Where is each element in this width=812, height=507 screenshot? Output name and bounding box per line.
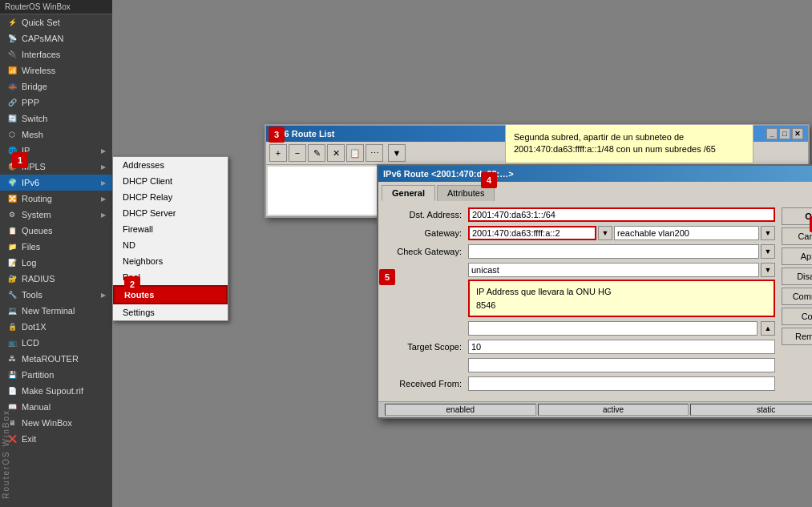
type-row: ▼ [468,263,775,277]
gateway-note-btn[interactable]: ▼ [761,226,775,240]
edit-button[interactable]: ✎ [308,144,325,162]
vrf-input[interactable] [468,358,775,372]
sidebar-item-radius[interactable]: 🔐 RADIUS [0,271,112,287]
sidebar-label-interfaces: Interfaces [22,50,60,59]
disable-button[interactable]: Disable [782,268,812,285]
sidebar-item-log[interactable]: 📝 Log [0,255,112,271]
route-dialog: IPv6 Route <2001:470:da63:…> _ ✕ General… [377,164,812,419]
check-gateway-label: Check Gateway: [385,247,465,256]
sidebar-item-metarouter[interactable]: 🖧 MetaROUTER [0,351,112,367]
sidebar-label-bridge: Bridge [22,82,47,91]
dot1x-icon: 🔒 [6,321,18,332]
sidebar-item-files[interactable]: 📁 Files [0,239,112,255]
sidebar-label-lcd: LCD [22,338,39,348]
dst-address-input[interactable] [468,207,775,222]
route-list-controls: _ □ ✕ [766,128,803,139]
sidebar-item-switch[interactable]: 🔄 Switch [0,111,112,127]
sidebar-label-files: Files [22,242,40,251]
maximize-button[interactable]: □ [779,128,790,139]
type-dropdown-btn[interactable]: ▼ [761,263,775,277]
sidebar-item-mesh[interactable]: ⬡ Mesh [0,127,112,143]
form-row-received-from: Received From: [385,376,775,391]
interfaces-icon: 🔌 [6,49,18,60]
submenu-item-dhcp-relay[interactable]: DHCP Relay [113,189,228,205]
form-row-gateway: Gateway: ▼ ▼ [385,226,775,240]
gateway-label: Gateway: [385,228,465,238]
form-row-vrf [385,358,775,372]
ipv6-submenu: Addresses DHCP Client DHCP Relay DHCP Se… [112,156,228,321]
close-button[interactable]: ✕ [792,128,803,139]
received-from-label: Received From: [385,379,465,388]
step-badge-1: 1 [12,152,28,168]
distance-up-btn[interactable]: ▲ [761,321,775,336]
sidebar-item-make-supout[interactable]: 📄 Make Supout.rif [0,383,112,399]
dialog-form: Dst. Address: Gateway: ▼ ▼ Check Gateway… [385,207,775,395]
received-from-input[interactable] [468,376,775,391]
copy-button[interactable]: Copy [782,308,812,325]
filter-button[interactable]: ▼ [388,144,406,162]
sidebar-item-wireless[interactable]: 📶 Wireless [0,62,112,78]
submenu-item-firewall[interactable]: Firewall [113,221,228,237]
sidebar-label-quick-set: Quick Set [22,18,60,27]
remove-button[interactable]: Remove [782,328,812,345]
tooltip-box: Segunda subred, apartir de un subneteo d… [505,124,753,163]
system-arrow: ▶ [101,211,106,219]
submenu-item-settings[interactable]: Settings [113,304,228,320]
sidebar-item-capsman[interactable]: 📡 CAPsMAN [0,30,112,46]
sidebar-item-routing[interactable]: 🔀 Routing ▶ [0,191,112,207]
mpls-arrow: ▶ [101,163,106,171]
sidebar-item-new-terminal[interactable]: 💻 New Terminal [0,303,112,319]
check-gateway-input[interactable] [468,244,759,259]
sidebar-item-partition[interactable]: 💾 Partition [0,367,112,383]
close-item-button[interactable]: ✕ [327,144,345,162]
submenu-item-dhcp-server[interactable]: DHCP Server [113,205,228,221]
sidebar-item-dot1x[interactable]: 🔒 Dot1X [0,319,112,335]
copy-button[interactable]: 📋 [346,144,364,162]
ok-button[interactable]: OK [782,207,812,225]
sidebar: RouterOS WinBox ⚡ Quick Set 📡 CAPsMAN 🔌 … [0,0,112,507]
distance-input[interactable] [468,321,757,336]
check-gateway-btn[interactable]: ▼ [761,244,775,259]
form-row-type: ▼ IP Address que llevara la ONU HG8546 [385,263,775,317]
sidebar-item-queues[interactable]: 📋 Queues [0,223,112,239]
sidebar-item-system[interactable]: ⚙ System ▶ [0,207,112,223]
gateway-dropdown-btn[interactable]: ▼ [598,226,612,240]
submenu-item-nd[interactable]: ND [113,237,228,253]
sidebar-item-quick-set[interactable]: ⚡ Quick Set [0,14,112,30]
target-scope-input[interactable] [468,340,775,354]
remove-button[interactable]: − [289,144,306,162]
sidebar-item-ipv6[interactable]: 🌍 IPv6 ▶ [0,175,112,191]
apply-button[interactable]: Apply [782,247,812,265]
sidebar-label-exit: Exit [22,434,36,444]
sidebar-label-tools: Tools [22,290,42,300]
submenu-item-addresses[interactable]: Addresses [113,157,228,173]
sidebar-item-manual[interactable]: 📖 Manual [0,399,112,415]
sidebar-item-ppp[interactable]: 🔗 PPP [0,95,112,111]
sidebar-item-new-winbox[interactable]: 🖥 New WinBox [0,415,112,431]
comment-button[interactable]: Comment [782,288,812,305]
gateway-wrapper: ▼ ▼ [468,226,775,240]
more-button[interactable]: ⋯ [366,144,383,162]
note-box: IP Address que llevara la ONU HG8546 [468,280,775,317]
sidebar-item-tools[interactable]: 🔧 Tools ▶ [0,287,112,303]
sidebar-label-new-terminal: New Terminal [22,306,75,316]
dialog-buttons: OK Cancel Apply Disable Comment Copy Rem… [782,207,812,395]
status-static: static [690,404,812,416]
sidebar-label-dot1x: Dot1X [22,322,46,332]
minimize-button[interactable]: _ [766,128,778,139]
sidebar-item-lcd[interactable]: 📺 LCD [0,335,112,351]
add-button[interactable]: + [269,144,287,162]
routing-icon: 🔀 [6,193,18,204]
form-row-distance: ▲ [385,321,775,336]
gateway-input[interactable] [468,226,596,240]
sidebar-item-bridge[interactable]: 🌉 Bridge [0,78,112,95]
submenu-item-neighbors[interactable]: Neighbors [113,253,228,269]
gateway-note-input[interactable] [614,226,759,240]
tab-general[interactable]: General [382,185,435,201]
files-icon: 📁 [6,241,18,252]
sidebar-item-exit[interactable]: ❌ Exit [0,431,112,447]
submenu-item-dhcp-client[interactable]: DHCP Client [113,173,228,189]
sidebar-item-interfaces[interactable]: 🔌 Interfaces [0,46,112,62]
type-input[interactable] [468,263,759,277]
cancel-button[interactable]: Cancel [782,227,812,245]
